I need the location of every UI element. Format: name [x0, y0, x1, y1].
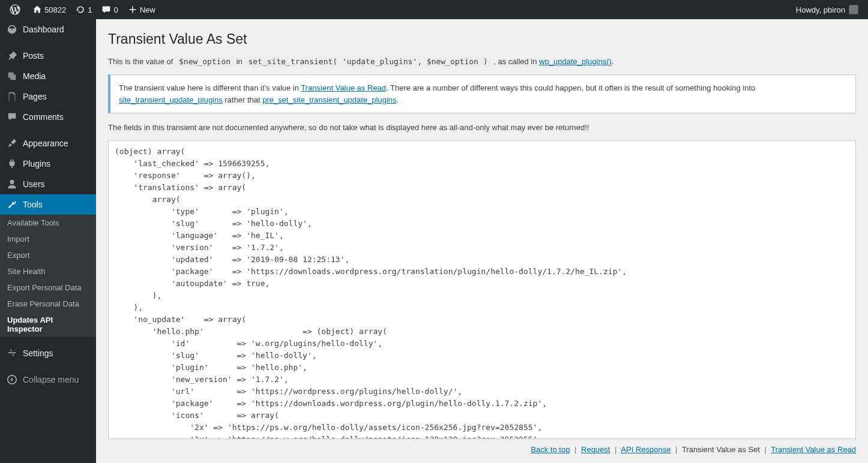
wrench-icon: [6, 199, 18, 210]
sidebar-item-tools[interactable]: Tools: [0, 194, 96, 215]
sidebar-label: Posts: [23, 51, 44, 61]
intro-paragraph: This is the value of $new_option in set_…: [108, 57, 856, 66]
howdy-text: Howdy, pbiron: [796, 5, 845, 14]
link-wp-update-plugins[interactable]: wp_update_plugins(): [539, 57, 612, 66]
site-name[interactable]: 50822: [28, 0, 71, 19]
transient-code-block[interactable]: (object) array( 'last_checked' => 159663…: [108, 140, 856, 439]
dashboard-icon: [6, 24, 18, 35]
submenu-site-health[interactable]: Site Health: [0, 263, 96, 279]
pin-icon: [6, 50, 18, 61]
settings-icon: [6, 348, 18, 359]
comments-indicator[interactable]: 0: [97, 0, 122, 19]
new-label: New: [140, 5, 155, 14]
sidebar-item-dashboard[interactable]: Dashboard: [0, 19, 96, 40]
link-site-transient-update-plugins[interactable]: site_transient_update_plugins: [119, 95, 223, 104]
page-icon: [6, 91, 18, 102]
refresh-icon: [76, 5, 85, 14]
sidebar-label: Dashboard: [23, 25, 64, 34]
submenu-erase-personal-data[interactable]: Erase Personal Data: [0, 296, 96, 312]
brush-icon: [6, 138, 18, 149]
submenu-import[interactable]: Import: [0, 231, 96, 247]
wordpress-icon: [10, 4, 20, 15]
link-transient-value-read[interactable]: Transient Value as Read: [771, 445, 856, 454]
link-transient-value-as-read[interactable]: Transient Value as Read: [301, 83, 386, 92]
wp-logo[interactable]: [5, 0, 28, 19]
comment-icon: [101, 5, 111, 14]
updates-indicator[interactable]: 1: [71, 0, 97, 19]
sidebar-item-users[interactable]: Users: [0, 174, 96, 194]
sidebar-item-comments[interactable]: Comments: [0, 107, 96, 127]
link-back-to-top[interactable]: Back to top: [531, 445, 570, 454]
link-request[interactable]: Request: [581, 445, 610, 454]
updates-count: 1: [88, 5, 92, 14]
comments-count: 0: [113, 5, 118, 14]
bottom-nav-links: Back to top | Request | API Response | T…: [108, 445, 856, 454]
sidebar-label: Tools: [23, 200, 43, 209]
submenu-available-tools[interactable]: Available Tools: [0, 215, 96, 231]
sidebar-label: Users: [23, 179, 45, 189]
submenu-export-personal-data[interactable]: Export Personal Data: [0, 279, 96, 296]
sidebar-item-pages[interactable]: Pages: [0, 86, 96, 107]
sidebar-item-media[interactable]: Media: [0, 66, 96, 86]
plus-icon: [128, 5, 137, 14]
home-icon: [32, 5, 42, 14]
sidebar-item-settings[interactable]: Settings: [0, 343, 96, 363]
submenu-export[interactable]: Export: [0, 247, 96, 263]
sidebar-label: Pages: [23, 92, 47, 101]
collapse-menu[interactable]: Collapse menu: [0, 369, 96, 390]
admin-sidebar: Dashboard Posts Media Pages Comments App…: [0, 19, 96, 463]
page-title: Transient Value As Set: [108, 31, 856, 47]
sidebar-label: Comments: [23, 112, 64, 122]
code-set-site-transient: set_site_transient( 'update_plugins', $n…: [244, 56, 491, 67]
code-new-option: $new_option: [175, 56, 234, 67]
link-api-response[interactable]: API Response: [621, 445, 671, 454]
current-view-label: Transient Value as Set: [682, 445, 760, 454]
tools-submenu: Available Tools Import Export Site Healt…: [0, 215, 96, 337]
submenu-updates-api-inspector[interactable]: Updates API Inspector: [0, 312, 96, 337]
sidebar-label: Media: [23, 71, 46, 81]
content-area: Transient Value As Set This is the value…: [96, 0, 868, 463]
site-name-text: 50822: [44, 5, 66, 14]
sidebar-label: Settings: [23, 348, 53, 358]
sidebar-item-plugins[interactable]: Plugins: [0, 154, 96, 174]
sidebar-item-posts[interactable]: Posts: [0, 46, 96, 66]
media-icon: [6, 71, 18, 82]
comments-icon: [6, 112, 18, 122]
user-icon: [6, 179, 18, 190]
sidebar-label: Plugins: [23, 159, 50, 169]
collapse-icon: [6, 374, 18, 385]
new-content[interactable]: New: [123, 0, 160, 19]
sidebar-item-appearance[interactable]: Appearance: [0, 133, 96, 154]
admin-bar: 50822 1 0 New Howdy, pbiron: [0, 0, 868, 19]
plug-icon: [6, 158, 18, 169]
account-menu[interactable]: Howdy, pbiron: [791, 0, 863, 19]
notice-info: The transient value here is different th…: [108, 74, 856, 113]
link-pre-set-site-transient-update-plugins[interactable]: pre_set_site_transient_update_plugins: [262, 95, 396, 104]
collapse-label: Collapse menu: [23, 375, 79, 384]
avatar: [849, 5, 858, 14]
sidebar-label: Appearance: [23, 139, 68, 148]
caveat-paragraph: The fields in this transient are not doc…: [108, 123, 856, 132]
